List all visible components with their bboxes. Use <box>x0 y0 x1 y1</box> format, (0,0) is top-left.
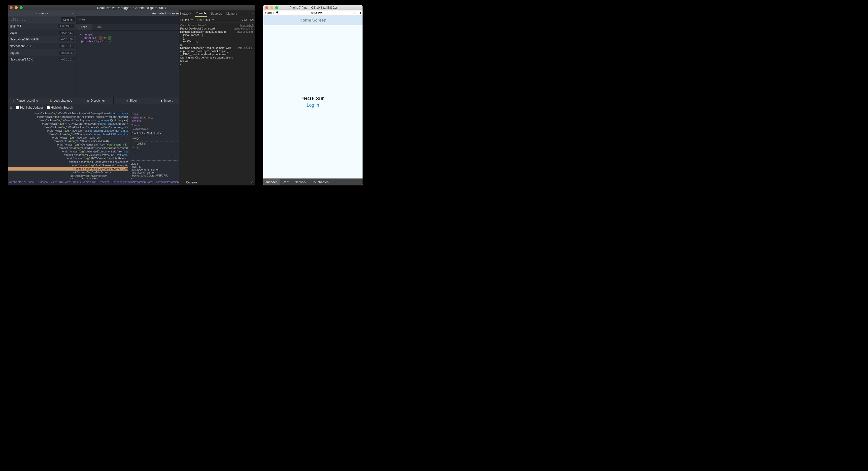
clock-icon: ◷ <box>126 99 128 102</box>
console-line: Running application ReduxExample ({ init… <box>180 30 254 46</box>
hidden-count: 1 item hidd <box>242 18 254 21</box>
tree-node[interactable]: attr">class="tag">MainScreen> <box>8 171 128 174</box>
tree-node[interactable]: ▼<attr">class="tag">CardStack attr">mode… <box>8 126 128 129</box>
pause-icon: ⏸ <box>12 99 15 102</box>
devtools-console-panel: NetworkConsoleSourcesMemory ⋮ ✕ ⊘ top ▼ … <box>179 10 255 186</box>
sim-content: Please log in Log In <box>263 25 363 178</box>
kebab-icon[interactable]: ⋮ <box>247 12 250 15</box>
tree-node[interactable]: ▼<attr">class="tag">View attr">style=28> <box>8 136 128 139</box>
sim-title: iPhone 7 Plus – iOS 10.3 (14E8301) <box>263 6 363 9</box>
tree-node[interactable]: ▼<attr">class="tag">SceneView attr">navi… <box>8 160 128 164</box>
chevron-down-icon: ▼ <box>72 12 74 15</box>
tree-node[interactable]: ▼<attr">class="tag">RCTView attr">pointe… <box>8 157 128 160</box>
simulator-window: iPhone 7 Plus – iOS 10.3 (14E8301) Carri… <box>263 5 363 186</box>
tree-node[interactable]: ▼<attr">class="tag">RCTView attr">style=… <box>8 139 128 143</box>
action-item[interactable]: @@INIT4:38:19.81 <box>8 23 76 30</box>
kebab-icon[interactable]: ⋮ <box>181 181 184 184</box>
tree-node[interactable]: ▶<attr">class="tag">View attr">style=6>…… <box>8 167 128 171</box>
tree-node[interactable]: ▼<attr">class="tag">View attr">onStartSh… <box>8 129 128 132</box>
console-prompt[interactable]: › <box>180 63 254 66</box>
action-item[interactable]: Logout+00:00.96 <box>8 49 76 56</box>
status-bar: Carrier 4:42 PM <box>263 10 363 15</box>
level-selector[interactable]: Info <box>206 18 210 21</box>
devtools-tab-console[interactable]: Console <box>195 10 207 17</box>
lock-changes-button[interactable]: 🔒Lock changes <box>43 97 78 104</box>
pause-recording-button[interactable]: ⏸Pause recording <box>8 97 43 104</box>
devtools-tab-network[interactable]: Network <box>180 11 192 16</box>
filter-input[interactable]: Filter <box>197 18 203 21</box>
close-icon[interactable]: ✕ <box>252 12 254 15</box>
zoom-icon[interactable] <box>275 6 278 9</box>
slider-button[interactable]: ◷Slider <box>114 97 149 104</box>
please-login-text: Please log in <box>302 96 324 101</box>
filter-row: Commit <box>8 16 76 23</box>
subtab-tree[interactable]: Tree <box>76 24 92 31</box>
crumb[interactable]: ReduxExampleApp <box>73 180 96 183</box>
action-item[interactable]: Navigation/BACK+00:01.17 <box>8 43 76 49</box>
crumb[interactable]: View <box>28 180 34 183</box>
close-icon[interactable]: ✕ <box>251 181 253 184</box>
minimize-icon[interactable] <box>270 6 273 9</box>
close-icon[interactable] <box>10 6 13 9</box>
inspector-dropdown[interactable]: Inspector ▼ <box>8 10 76 16</box>
login-link[interactable]: Log In <box>307 103 319 108</box>
crumb[interactable]: Connect(AppWithNavigationState) <box>112 180 153 183</box>
tree-node[interactable]: ▼<attr">class="tag">CardStackTransitione… <box>8 111 128 115</box>
traffic-lights <box>10 6 23 9</box>
devtools-tabs: NetworkConsoleSourcesMemory ⋮ ✕ <box>179 10 255 17</box>
sim-inspector-tab-touchables[interactable]: Touchables <box>309 179 332 186</box>
filter-input[interactable] <box>9 18 61 21</box>
chevron-down-icon: ▼ <box>212 19 214 21</box>
clear-console-icon[interactable]: ⊘ <box>180 18 183 22</box>
clock: 4:42 PM <box>279 11 354 14</box>
devtools-tab-sources[interactable]: Sources <box>210 11 222 16</box>
tree-node[interactable]: ▼<attr">class="tag">RCTView attr">onLayo… <box>8 122 128 126</box>
battery-icon <box>354 12 361 14</box>
action-list: @@INIT4:38:19.81Login+00:47.11Navigation… <box>8 23 76 97</box>
tree-node[interactable]: ▼<attr">class="tag">RCTView attr">onStar… <box>8 132 128 136</box>
action-item[interactable]: Login+00:47.11 <box>8 30 76 36</box>
console-line: [React DevTools] Connectedstandalone.js:… <box>180 27 254 30</box>
subtab-raw[interactable]: Raw <box>92 24 105 31</box>
crumb[interactable]: AppContainer <box>9 180 26 183</box>
console-output[interactable]: Console was clearedbundle.js:9[React Dev… <box>179 23 255 179</box>
crumb[interactable]: RCTView <box>59 180 70 183</box>
carrier-label: Carrier <box>265 11 274 14</box>
gear-icon[interactable]: ⚙ <box>10 106 13 109</box>
tree-node[interactable]: ▼<attr">class="tag">MainScreen attr">nav… <box>8 164 128 167</box>
close-icon[interactable] <box>265 6 268 9</box>
drawer-tab-console[interactable]: Console <box>186 181 197 184</box>
sim-inspector-tab-inspect[interactable]: Inspect <box>263 179 280 186</box>
action-item[interactable]: Navigation/BACK+00:01.01 <box>8 56 76 63</box>
crumb[interactable]: Provider <box>99 180 109 183</box>
upload-icon: ⬆ <box>160 99 162 102</box>
sim-inspector-tab-network[interactable]: Network <box>291 179 309 186</box>
minimize-icon[interactable] <box>14 6 18 9</box>
diff-label: Diff <box>79 18 194 22</box>
dispatcher-button[interactable]: ▤Dispatcher <box>79 97 114 104</box>
zoom-icon[interactable] <box>20 6 23 9</box>
context-selector[interactable]: top <box>185 18 189 21</box>
tree-node[interactable]: ▼<attr">class="tag">Card attr">mode="car… <box>8 146 128 150</box>
crumb[interactable]: View <box>51 180 57 183</box>
sim-inspector-tab-perf[interactable]: Perf <box>280 179 291 186</box>
tree-node[interactable]: ▼<attr">class="tag">AnimatedComponent at… <box>8 150 128 153</box>
tree-node[interactable]: ▼<attr">class="tag">View attr">onLayout=… <box>8 119 128 122</box>
action-item[interactable]: Navigation/NAVIGATE+00:01.88 <box>8 36 76 43</box>
chevron-down-icon: ▼ <box>191 19 193 21</box>
tree-node[interactable]: ▼<attr">class="tag">Transitioner attr">c… <box>8 115 128 119</box>
commit-button[interactable]: Commit <box>61 18 75 22</box>
inspector-label: Inspector <box>36 12 48 15</box>
tree-node[interactable]: ▼<attr">class="tag">Container attr">key=… <box>8 143 128 146</box>
nav-title: Home Screen <box>300 18 327 23</box>
highlight-search-checkbox[interactable]: Highlight Search <box>46 106 73 109</box>
devtools-tab-memory[interactable]: Memory <box>226 11 238 16</box>
highlight-updates-checkbox[interactable]: Highlight Updates <box>16 106 44 109</box>
sim-titlebar: iPhone 7 Plus – iOS 10.3 (14E8301) <box>263 5 363 10</box>
crumb[interactable]: RCTView <box>37 180 48 183</box>
component-tree[interactable]: ▼<attr">class="tag">CardStackTransitione… <box>8 111 128 179</box>
tree-node[interactable]: ▼<attr">class="tag">View attr">ref=bound… <box>8 153 128 157</box>
tree-node[interactable]: attr">class="tag">SceneView> <box>8 174 128 177</box>
console-line: Console was clearedbundle.js:9 <box>180 24 254 27</box>
autoselect-label: Autoselect instances <box>152 12 179 15</box>
